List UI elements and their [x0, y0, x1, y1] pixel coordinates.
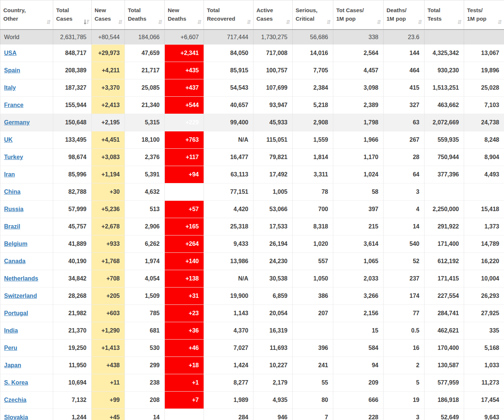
col-header-deaths-per-1m[interactable]: Deaths/ 1M pop ⇵	[384, 0, 425, 30]
country-link[interactable]: Brazil	[4, 223, 20, 230]
country-link[interactable]: France	[4, 102, 23, 108]
sort-icon[interactable]: ⇵	[246, 19, 251, 25]
sort-icon[interactable]: ⇵	[197, 19, 202, 25]
total-deaths-cell: 2,376	[125, 149, 165, 166]
country-link[interactable]: UK	[4, 137, 13, 143]
table-row: Netherlands 34,842 +708 4,054 +138 N/A 3…	[0, 270, 504, 288]
country-link[interactable]: USA	[4, 50, 17, 56]
total-recovered-cell: 9,433	[204, 235, 253, 253]
total-recovered-cell: 1,989	[204, 392, 253, 409]
new-cases-cell: +2,413	[92, 97, 125, 114]
sort-icon[interactable]: ⇵	[326, 19, 331, 25]
col-header-new-deaths[interactable]: New Deaths ⇵	[165, 0, 204, 30]
cases-per-1m-cell: 2,564	[333, 45, 384, 62]
new-deaths-cell: +31	[165, 288, 204, 305]
cases-per-1m-cell: 4,457	[333, 62, 384, 79]
country-link[interactable]: Canada	[4, 258, 25, 264]
sort-icon[interactable]: ⇵	[497, 19, 502, 25]
deaths-per-1m-cell: 3	[384, 183, 425, 201]
country-cell: Turkey	[0, 149, 53, 166]
cases-per-1m-cell: 3,614	[333, 235, 384, 253]
cases-per-1m-cell: 3,266	[333, 288, 384, 305]
deaths-per-1m-cell: 19	[384, 392, 425, 409]
col-label-cases-per-1m: Tot Cases/ 1M pop	[336, 6, 364, 23]
country-link[interactable]: Slovakia	[4, 414, 28, 420]
table-row: Spain 208,389 +4,211 21,717 +435 85,915 …	[0, 62, 504, 79]
total-cases-cell: 82,788	[53, 183, 92, 201]
country-cell: Portugal	[0, 305, 53, 322]
country-link[interactable]: Spain	[4, 67, 20, 73]
deaths-per-1m-cell: 540	[384, 235, 425, 253]
col-label-total-recovered: Total Recovered	[207, 6, 235, 23]
country-link[interactable]: Czechia	[4, 397, 26, 403]
total-cases-cell: 2,631,785	[53, 30, 92, 45]
active-cases-cell: 10,227	[253, 357, 293, 374]
serious-critical-cell: 8,318	[293, 218, 333, 235]
sort-icon[interactable]: ⇵	[457, 19, 462, 25]
col-header-total-cases[interactable]: Total Cases	[53, 0, 92, 30]
country-link[interactable]: Belgium	[4, 241, 27, 247]
tests-per-1m-cell: 24,738	[464, 114, 504, 131]
country-link[interactable]: India	[4, 327, 18, 334]
sort-icon[interactable]: ⇵	[46, 19, 51, 25]
deaths-per-1m-cell: 14	[384, 218, 425, 235]
country-link[interactable]: Germany	[4, 119, 30, 125]
new-cases-cell: +1,413	[92, 340, 125, 357]
col-header-active-cases[interactable]: Active Cases ⇵	[253, 0, 293, 30]
sort-icon[interactable]: ⇵	[118, 19, 123, 25]
country-link[interactable]: Russia	[4, 206, 23, 212]
active-cases-cell: 79,821	[253, 149, 293, 166]
country-link[interactable]: S. Korea	[4, 379, 28, 386]
active-cases-cell: 1,005	[253, 183, 293, 201]
sort-icon[interactable]: ⇵	[286, 19, 290, 25]
cases-per-1m-cell: 215	[333, 218, 384, 235]
serious-critical-cell	[293, 322, 333, 340]
total-tests-cell: 559,935	[425, 131, 464, 149]
col-header-tests-per-1m[interactable]: Tests/ 1M pop ⇵	[464, 0, 504, 30]
country-cell: World	[0, 30, 53, 45]
country-link[interactable]: Portugal	[4, 310, 28, 316]
total-tests-cell: 52,649	[425, 409, 464, 420]
serious-critical-cell: 2,384	[293, 79, 333, 97]
col-header-total-recovered[interactable]: Total Recovered ⇵	[204, 0, 253, 30]
country-link[interactable]: Italy	[4, 85, 16, 91]
sort-desc-icon[interactable]	[84, 19, 89, 25]
country-link[interactable]: Japan	[4, 362, 21, 368]
new-cases-cell: +603	[92, 305, 125, 322]
deaths-per-1m-cell: 464	[384, 62, 425, 79]
active-cases-cell: 24,230	[253, 253, 293, 270]
col-header-total-deaths[interactable]: Total Deaths ⇵	[125, 0, 165, 30]
col-header-cases-per-1m[interactable]: Tot Cases/ 1M pop ⇵	[333, 0, 384, 30]
col-header-country[interactable]: Country, Other ⇵	[0, 0, 53, 30]
country-link[interactable]: China	[4, 189, 20, 195]
col-header-serious-critical[interactable]: Serious, Critical ⇵	[293, 0, 333, 30]
total-recovered-cell: 54,543	[204, 79, 253, 97]
deaths-per-1m-cell: 0.5	[384, 322, 425, 340]
country-link[interactable]: Netherlands	[4, 275, 38, 282]
country-link[interactable]: Iran	[4, 171, 15, 178]
covid-stats-table: Country, Other ⇵ Total Cases	[0, 0, 504, 420]
col-header-new-cases[interactable]: New Cases ⇵	[92, 0, 125, 30]
total-tests-cell: 750,944	[425, 149, 464, 166]
table-row: Portugal 21,982 +603 785 +23 1,143 20,05…	[0, 305, 504, 322]
new-deaths-cell: +36	[165, 322, 204, 340]
country-link[interactable]: Switzerland	[4, 293, 37, 299]
new-deaths-cell: +117	[165, 149, 204, 166]
country-link[interactable]: Peru	[4, 345, 17, 351]
table-row: Turkey 98,674 +3,083 2,376 +117 16,477 7…	[0, 149, 504, 166]
new-cases-cell: +80,544	[92, 30, 125, 45]
total-cases-cell: 34,842	[53, 270, 92, 288]
country-link[interactable]: Turkey	[4, 154, 23, 160]
cases-per-1m-cell: 666	[333, 392, 384, 409]
total-recovered-cell: 40,657	[204, 97, 253, 114]
total-deaths-cell: 25,085	[125, 79, 165, 97]
sort-icon[interactable]: ⇵	[158, 19, 163, 25]
new-deaths-cell: +140	[165, 253, 204, 270]
sort-icon[interactable]: ⇵	[418, 19, 422, 25]
new-cases-cell: +29,973	[92, 45, 125, 62]
sort-icon[interactable]: ⇵	[377, 19, 381, 25]
col-label-serious-critical: Serious, Critical	[296, 6, 317, 23]
total-tests-cell	[425, 30, 464, 45]
total-cases-cell: 208,389	[53, 62, 92, 79]
col-header-total-tests[interactable]: Total Tests ⇵	[425, 0, 464, 30]
